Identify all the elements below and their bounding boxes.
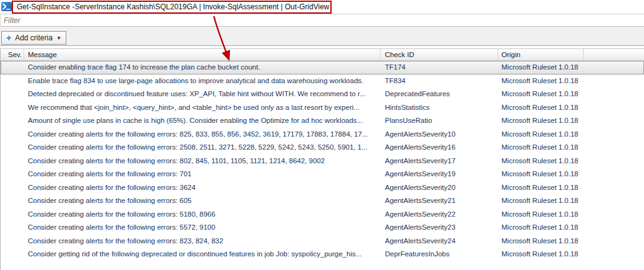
cell-severity [1, 235, 24, 248]
cell-message: Consider creating alerts for the followi… [24, 208, 381, 222]
cell-message: Consider creating alerts for the followi… [24, 168, 381, 181]
out-gridview-window: Get-SqlInstance -ServerInstance Kashish\… [0, 0, 644, 270]
cell-check-id: HintsStatistics [381, 101, 498, 115]
cell-check-id: DeprecatedFeatures [381, 88, 498, 101]
cell-severity [1, 74, 24, 88]
cell-extra [584, 194, 644, 208]
cell-check-id: AgentAlertsSeverity10 [381, 128, 498, 142]
cell-check-id: AgentAlertsSeverity24 [381, 235, 498, 248]
cell-origin: Microsoft Ruleset 1.0.18 [498, 194, 584, 208]
cell-extra [584, 141, 644, 155]
cell-message: Amount of single use plans in cache is h… [24, 114, 381, 128]
column-header-check-id[interactable]: Check ID [381, 49, 498, 60]
cell-check-id: TF834 [381, 74, 498, 88]
cell-severity [1, 194, 24, 208]
table-row[interactable]: Consider creating alerts for the followi… [1, 235, 644, 248]
filter-input[interactable] [1, 15, 644, 27]
column-header-origin[interactable]: Origin [498, 49, 584, 60]
window-title-command: Get-SqlInstance -ServerInstance Kashish\… [17, 0, 329, 14]
cell-severity [1, 155, 24, 168]
table-row[interactable]: Consider creating alerts for the followi… [1, 155, 644, 168]
table-row[interactable]: Consider enabling trace flag 174 to incr… [1, 61, 644, 74]
table-row[interactable]: Consider creating alerts for the followi… [1, 128, 644, 142]
grid-header-row: Sev. Message Check ID Origin [1, 49, 644, 61]
table-row[interactable]: Amount of single use plans in cache is h… [1, 114, 644, 128]
cell-extra [584, 74, 644, 88]
table-row[interactable]: Consider creating alerts for the followi… [1, 181, 644, 195]
cell-origin: Microsoft Ruleset 1.0.18 [498, 74, 584, 88]
cell-message: Consider creating alerts for the followi… [24, 141, 381, 155]
cell-severity [1, 248, 24, 261]
cell-severity [1, 208, 24, 222]
cell-severity [1, 181, 24, 195]
results-grid: Sev. Message Check ID Origin Consider en… [0, 48, 644, 270]
cell-check-id: PlansUseRatio [381, 114, 498, 128]
table-row[interactable]: Detected deprecated or discontinued feat… [1, 88, 644, 101]
cell-message: Consider creating alerts for the followi… [24, 155, 381, 168]
cell-message: Consider creating alerts for the followi… [24, 128, 381, 142]
cell-check-id: AgentAlertsSeverity19 [381, 168, 498, 181]
cell-message: Detected deprecated or discontinued feat… [24, 88, 381, 101]
cell-extra [584, 88, 644, 101]
cell-message: Consider getting rid of the following de… [24, 248, 381, 261]
table-row[interactable]: We recommend that <join_hint>, <query_hi… [1, 101, 644, 115]
cell-check-id: AgentAlertsSeverity22 [381, 208, 498, 222]
cell-origin: Microsoft Ruleset 1.0.18 [498, 88, 584, 101]
cell-origin: Microsoft Ruleset 1.0.18 [498, 61, 584, 74]
cell-message: Consider creating alerts for the followi… [24, 194, 381, 208]
cell-severity [1, 88, 24, 101]
cell-severity [1, 128, 24, 142]
cell-extra [584, 221, 644, 235]
chevron-down-icon: ▼ [56, 35, 61, 41]
cell-message: Consider enabling trace flag 174 to incr… [24, 61, 381, 74]
cell-extra [584, 168, 644, 181]
title-bar: Get-SqlInstance -ServerInstance Kashish\… [0, 0, 644, 14]
cell-extra [584, 181, 644, 195]
criteria-toolbar: + Add criteria ▼ [0, 27, 644, 46]
table-row[interactable]: Consider creating alerts for the followi… [1, 194, 644, 208]
cell-extra [584, 208, 644, 222]
cell-origin: Microsoft Ruleset 1.0.18 [498, 248, 584, 261]
cell-message: Consider creating alerts for the followi… [24, 235, 381, 248]
filter-bar [0, 14, 644, 27]
cell-extra [584, 235, 644, 248]
cell-extra [584, 114, 644, 128]
cell-message: We recommend that <join_hint>, <query_hi… [24, 101, 381, 115]
grid-body: Consider enabling trace flag 174 to incr… [1, 61, 644, 261]
cell-origin: Microsoft Ruleset 1.0.18 [498, 114, 584, 128]
cell-extra [584, 155, 644, 168]
table-row[interactable]: Consider creating alerts for the followi… [1, 168, 644, 181]
cell-origin: Microsoft Ruleset 1.0.18 [498, 181, 584, 195]
table-row[interactable]: Consider creating alerts for the followi… [1, 141, 644, 155]
column-header-message[interactable]: Message [24, 49, 381, 60]
cell-check-id: AgentAlertsSeverity21 [381, 194, 498, 208]
add-criteria-button[interactable]: + Add criteria ▼ [1, 31, 66, 45]
cell-severity [1, 168, 24, 181]
table-row[interactable]: Consider creating alerts for the followi… [1, 208, 644, 222]
cell-origin: Microsoft Ruleset 1.0.18 [498, 208, 584, 222]
table-row[interactable]: Consider getting rid of the following de… [1, 248, 644, 261]
table-row[interactable]: Consider creating alerts for the followi… [1, 221, 644, 235]
cell-check-id: AgentAlertsSeverity23 [381, 221, 498, 235]
powershell-icon [1, 2, 12, 11]
cell-origin: Microsoft Ruleset 1.0.18 [498, 221, 584, 235]
cell-message: Enable trace flag 834 to use large-page … [24, 74, 381, 88]
table-row[interactable]: Enable trace flag 834 to use large-page … [1, 74, 644, 88]
cell-extra [584, 128, 644, 142]
column-header-extra[interactable] [584, 49, 644, 60]
cell-origin: Microsoft Ruleset 1.0.18 [498, 168, 584, 181]
cell-severity [1, 101, 24, 115]
cell-origin: Microsoft Ruleset 1.0.18 [498, 101, 584, 115]
cell-check-id: DeprFeaturesInJobs [381, 248, 498, 261]
cell-message: Consider creating alerts for the followi… [24, 181, 381, 195]
cell-severity [1, 141, 24, 155]
cell-check-id: TF174 [381, 61, 498, 74]
cell-origin: Microsoft Ruleset 1.0.18 [498, 128, 584, 142]
cell-extra [584, 248, 644, 261]
cell-check-id: AgentAlertsSeverity17 [381, 155, 498, 168]
cell-check-id: AgentAlertsSeverity20 [381, 181, 498, 195]
cell-origin: Microsoft Ruleset 1.0.18 [498, 155, 584, 168]
cell-message: Consider creating alerts for the followi… [24, 221, 381, 235]
cell-severity [1, 221, 24, 235]
column-header-severity[interactable]: Sev. [1, 49, 24, 60]
